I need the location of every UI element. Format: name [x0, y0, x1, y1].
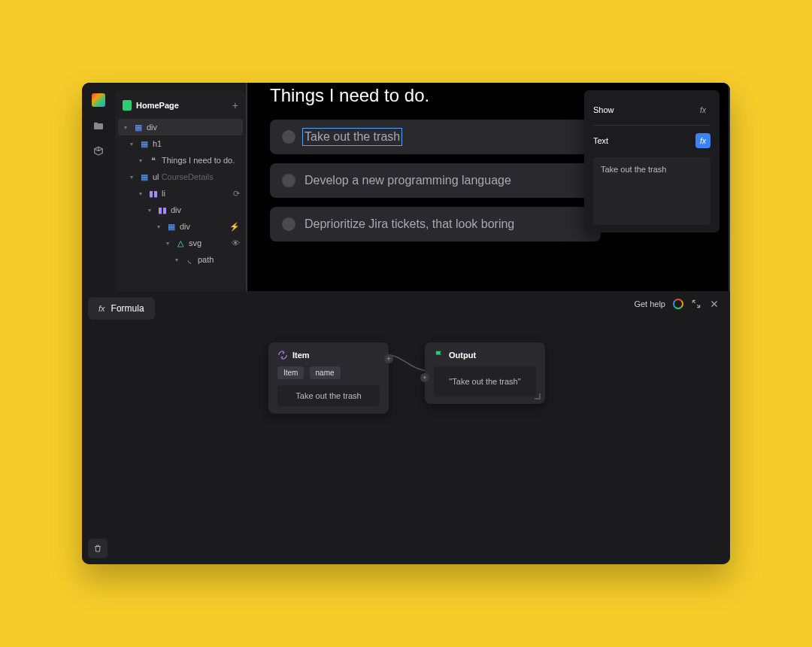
- tree-row-li[interactable]: ▾▮▮li⟳: [115, 185, 246, 202]
- prop-text-label: Text: [593, 136, 608, 145]
- formula-panel: fx Formula Get help Item Item name Take …: [82, 291, 730, 564]
- left-rail: [82, 83, 115, 291]
- tree-row-svg[interactable]: ▾△svg👁: [115, 235, 246, 251]
- tree-row-h1[interactable]: ▾▦h1: [115, 135, 246, 152]
- tree-sidebar: HomePage + ▾▦div▾▦h1▾❝Things I need to d…: [115, 90, 246, 291]
- prop-show-row: Show fx: [593, 98, 710, 122]
- checkbox-icon[interactable]: [282, 217, 295, 231]
- task-card[interactable]: Develop a new programming language: [270, 163, 601, 198]
- output-port[interactable]: +: [384, 354, 393, 363]
- divider: [593, 125, 710, 126]
- prop-show-label: Show: [593, 105, 614, 114]
- element-tree: ▾▦div▾▦h1▾❝Things I need to do.▾▦ul Cour…: [115, 116, 246, 271]
- formula-tab[interactable]: fx Formula: [88, 297, 155, 320]
- delete-button[interactable]: [88, 539, 108, 558]
- resize-handle[interactable]: [535, 393, 541, 399]
- item-node-value: Take out the trash: [277, 385, 380, 406]
- task-card[interactable]: Deprioritize Jira tickets, that look bor…: [270, 207, 601, 241]
- app-logo-icon[interactable]: [92, 93, 105, 107]
- output-node[interactable]: Output "Take out the trash" +: [425, 342, 545, 404]
- fx-icon: fx: [98, 304, 105, 313]
- chip-name[interactable]: name: [310, 366, 341, 379]
- task-text: Take out the trash: [304, 130, 400, 144]
- tree-row-div[interactable]: ▾▦div: [118, 119, 243, 135]
- formula-canvas[interactable]: Item Item name Take out the trash + Outp…: [88, 320, 724, 548]
- tree-row-div[interactable]: ▾▮▮div: [115, 202, 246, 218]
- item-node-title: Item: [292, 351, 310, 360]
- checkbox-icon[interactable]: [282, 174, 295, 187]
- fx-toggle-show[interactable]: fx: [695, 102, 710, 117]
- tree-row-Things I need to do.[interactable]: ▾❝Things I need to do.: [115, 152, 246, 169]
- tree-row-div[interactable]: ▾▦div⚡: [115, 218, 246, 235]
- tree-row-path[interactable]: ▾◟path: [115, 251, 246, 268]
- cube-icon[interactable]: [92, 146, 105, 158]
- checkbox-icon[interactable]: [282, 130, 295, 144]
- top-section: HomePage + ▾▦div▾▦h1▾❝Things I need to d…: [82, 83, 730, 291]
- task-text: Develop a new programming language: [304, 174, 511, 187]
- flag-icon: [434, 350, 444, 360]
- app-window: HomePage + ▾▦div▾▦h1▾❝Things I need to d…: [82, 83, 730, 564]
- close-icon[interactable]: [709, 299, 720, 309]
- item-node[interactable]: Item Item name Take out the trash +: [268, 342, 389, 414]
- input-port[interactable]: +: [420, 373, 429, 382]
- tree-row-ul[interactable]: ▾▦ul CourseDetails: [115, 169, 246, 185]
- output-node-value[interactable]: "Take out the trash": [434, 366, 536, 396]
- formula-tab-label: Formula: [111, 303, 144, 314]
- help-icon[interactable]: [673, 299, 683, 309]
- add-button[interactable]: +: [232, 99, 238, 111]
- help-button[interactable]: Get help: [634, 299, 665, 308]
- task-text: Deprioritize Jira tickets, that look bor…: [304, 217, 514, 231]
- sidebar-header: HomePage +: [115, 95, 246, 116]
- expand-icon[interactable]: [691, 299, 701, 309]
- fx-toggle-text[interactable]: fx: [695, 133, 710, 148]
- folder-icon[interactable]: [92, 120, 105, 132]
- page-icon: [123, 100, 132, 111]
- chip-item[interactable]: Item: [277, 366, 304, 379]
- prop-text-value[interactable]: Take out the trash: [593, 157, 710, 225]
- properties-panel: Show fx Text fx Take out the trash: [584, 90, 720, 232]
- output-node-title: Output: [449, 351, 476, 360]
- task-card[interactable]: Take out the trash: [270, 120, 601, 154]
- trash-icon: [93, 544, 102, 553]
- loop-icon: [277, 350, 288, 360]
- page-title: HomePage: [136, 101, 228, 110]
- panel-actions: Get help: [634, 299, 720, 309]
- prop-text-row: Text fx: [593, 129, 710, 153]
